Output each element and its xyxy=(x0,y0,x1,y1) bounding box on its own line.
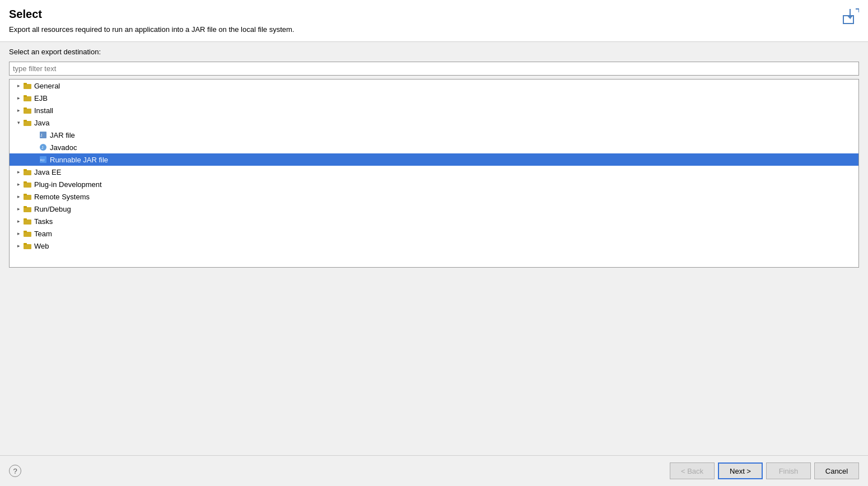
svg-rect-23 xyxy=(24,194,27,195)
export-icon xyxy=(841,8,859,26)
svg-rect-9 xyxy=(24,108,27,109)
tree-item-runnable-jar-file[interactable]: RJ Runnable JAR file xyxy=(10,153,858,166)
svg-rect-31 xyxy=(24,243,27,245)
svg-rect-8 xyxy=(24,109,31,114)
next-button[interactable]: Next > xyxy=(718,462,763,479)
svg-rect-19 xyxy=(24,169,27,171)
tree-item-plugin-development-label: Plug-in Development xyxy=(34,180,102,189)
svg-rect-5 xyxy=(24,83,27,85)
svg-rect-22 xyxy=(24,195,31,200)
svg-rect-29 xyxy=(24,231,27,232)
folder-icon-java xyxy=(23,118,32,127)
tree-item-jar-file[interactable]: J JAR file xyxy=(10,129,858,141)
expand-arrow-run-debug xyxy=(14,204,23,213)
filter-input-container[interactable] xyxy=(9,62,859,76)
back-button[interactable]: < Back xyxy=(670,462,715,479)
tree-item-java[interactable]: Java xyxy=(10,116,858,129)
tree-item-remote-systems[interactable]: Remote Systems xyxy=(10,190,858,203)
svg-text:J: J xyxy=(40,133,43,137)
expand-arrow-ejb xyxy=(14,94,23,102)
folder-icon-plugin-development xyxy=(23,180,32,189)
tree-item-general-label: General xyxy=(34,82,60,90)
tree-item-run-debug[interactable]: Run/Debug xyxy=(10,203,858,215)
svg-rect-4 xyxy=(24,84,31,89)
tree-scroll[interactable]: General EJB xyxy=(10,80,858,267)
jar-file-icon: J xyxy=(39,130,48,139)
svg-rect-11 xyxy=(24,120,27,121)
expand-arrow-web xyxy=(14,241,23,250)
expand-arrow-java xyxy=(14,118,23,127)
tree-item-java-label: Java xyxy=(34,119,49,127)
svg-rect-26 xyxy=(24,219,31,225)
expand-arrow-jar-file xyxy=(30,130,39,139)
expand-arrow-plugin-development xyxy=(14,180,23,189)
section-label: Select an export destination: xyxy=(0,42,868,59)
expand-arrow-javadoc xyxy=(30,143,39,152)
expand-arrow-tasks xyxy=(14,217,23,226)
button-bar: ? < Back Next > Finish Cancel xyxy=(0,455,868,486)
svg-text:J: J xyxy=(41,146,44,149)
javadoc-icon: J xyxy=(39,143,48,152)
svg-rect-25 xyxy=(24,206,27,208)
header-left: Select Export all resources required to … xyxy=(9,8,294,34)
tree-item-ejb[interactable]: EJB xyxy=(10,92,858,104)
tree-item-javadoc[interactable]: J Javadoc xyxy=(10,141,858,153)
expand-arrow-install xyxy=(14,106,23,115)
expand-arrow-runnable-jar-file xyxy=(30,155,39,164)
expand-arrow-remote-systems xyxy=(14,192,23,201)
svg-rect-27 xyxy=(24,218,27,220)
tree-item-web[interactable]: Web xyxy=(10,240,858,252)
tree-item-runnable-jar-file-label: Runnable JAR file xyxy=(50,156,108,164)
tree-item-install[interactable]: Install xyxy=(10,104,858,116)
tree-item-tasks-label: Tasks xyxy=(34,217,53,226)
tree-item-general[interactable]: General xyxy=(10,80,858,92)
tree-item-java-ee[interactable]: Java EE xyxy=(10,166,858,178)
svg-rect-30 xyxy=(24,244,31,249)
svg-rect-21 xyxy=(24,181,27,183)
folder-icon-tasks xyxy=(23,217,32,226)
tree-item-run-debug-label: Run/Debug xyxy=(34,205,71,213)
tree-item-tasks[interactable]: Tasks xyxy=(10,215,858,227)
folder-icon-remote-systems xyxy=(23,192,32,201)
dialog-title: Select xyxy=(9,8,294,21)
svg-text:RJ: RJ xyxy=(40,158,44,162)
dialog-description: Export all resources required to run an … xyxy=(9,25,294,34)
svg-rect-10 xyxy=(24,121,31,126)
tree-item-remote-systems-label: Remote Systems xyxy=(34,193,90,201)
header: Select Export all resources required to … xyxy=(0,0,868,42)
expand-arrow-java-ee xyxy=(14,167,23,176)
footer-spacer xyxy=(0,268,868,455)
svg-rect-24 xyxy=(24,207,31,212)
folder-icon-java-ee xyxy=(23,167,32,176)
svg-rect-18 xyxy=(24,170,31,175)
tree-item-team-label: Team xyxy=(34,230,52,238)
folder-icon-general xyxy=(23,81,32,90)
folder-icon-web xyxy=(23,241,32,250)
tree-container: General EJB xyxy=(9,79,859,268)
expand-arrow-team xyxy=(14,229,23,238)
tree-item-javadoc-label: Javadoc xyxy=(50,143,77,152)
folder-icon-run-debug xyxy=(23,204,32,213)
finish-button[interactable]: Finish xyxy=(766,462,811,479)
tree-item-jar-file-label: JAR file xyxy=(50,131,75,139)
folder-icon-team xyxy=(23,229,32,238)
filter-input[interactable] xyxy=(10,62,858,75)
svg-rect-6 xyxy=(24,96,31,101)
tree-item-web-label: Web xyxy=(34,242,49,250)
tree-item-install-label: Install xyxy=(34,106,53,115)
help-button[interactable]: ? xyxy=(9,465,21,477)
tree-item-team[interactable]: Team xyxy=(10,227,858,240)
dialog: Select Export all resources required to … xyxy=(0,0,868,486)
svg-rect-28 xyxy=(24,232,31,237)
folder-icon-ejb xyxy=(23,94,32,102)
expand-arrow-general xyxy=(14,81,23,90)
tree-item-java-ee-label: Java EE xyxy=(34,168,61,176)
svg-rect-7 xyxy=(24,95,27,97)
tree-item-plugin-development[interactable]: Plug-in Development xyxy=(10,178,858,190)
cancel-button[interactable]: Cancel xyxy=(814,462,859,479)
folder-icon-install xyxy=(23,106,32,115)
svg-rect-20 xyxy=(24,183,31,188)
runnable-jar-icon: RJ xyxy=(39,155,48,164)
tree-item-ejb-label: EJB xyxy=(34,94,48,102)
